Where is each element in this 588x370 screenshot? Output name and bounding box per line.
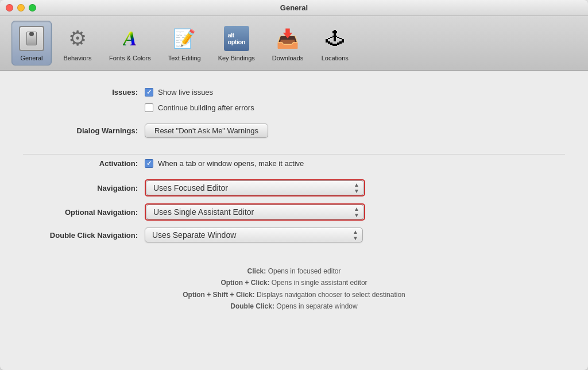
show-live-issues-checkbox[interactable]: ✓ xyxy=(145,88,153,97)
activation-section: Activation: ✓ When a tab or window opens… xyxy=(23,159,565,168)
toolbar-item-fonts-colors[interactable]: A Fonts & Colors xyxy=(103,21,157,65)
activation-row: Activation: ✓ When a tab or window opens… xyxy=(23,159,565,168)
hint-option-shift-click: Option + Shift + Click: Displays navigat… xyxy=(23,289,565,300)
optional-navigation-row: Optional Navigation: Uses Focused Editor… xyxy=(23,203,565,221)
traffic-lights xyxy=(6,4,36,11)
activation-text: When a tab or window opens, make it acti… xyxy=(158,159,304,168)
show-live-issues-label[interactable]: ✓ Show live issues xyxy=(145,88,213,97)
fonts-colors-icon: A xyxy=(116,25,144,52)
general-icon xyxy=(18,25,45,52)
toolbar-label-locations: Locations xyxy=(322,55,349,61)
toolbar-item-behaviors[interactable]: ⚙ Behaviors xyxy=(57,21,98,65)
activation-label: Activation: xyxy=(23,159,138,168)
navigation-label: Navigation: xyxy=(23,184,138,192)
section-divider-1 xyxy=(23,154,565,155)
continue-building-text: Continue building after errors xyxy=(158,103,254,112)
footer-hints: Click: Opens in focused editor Option + … xyxy=(23,265,565,313)
issues-label: Issues: xyxy=(23,88,138,97)
main-window: General General ⚙ Behaviors A Fonts & Co… xyxy=(0,0,588,370)
maximize-button[interactable] xyxy=(29,4,36,11)
optional-navigation-select-wrapper: Uses Focused Editor Uses Single Assistan… xyxy=(145,203,365,221)
optional-navigation-select[interactable]: Uses Focused Editor Uses Single Assistan… xyxy=(146,205,364,219)
continue-building-label[interactable]: Continue building after errors xyxy=(145,103,254,112)
toolbar-label-general: General xyxy=(20,55,42,61)
double-click-navigation-label: Double Click Navigation: xyxy=(23,231,138,240)
hint-click-key: Click: xyxy=(247,267,266,275)
toolbar-item-general[interactable]: General xyxy=(11,21,52,65)
toolbar-label-key-bindings: Key Bindings xyxy=(218,55,255,61)
hint-option-click: Option + Click: Opens in single assistan… xyxy=(23,277,565,288)
hint-option-shift-click-value: Displays navigation chooser to select de… xyxy=(257,291,405,299)
hint-double-click: Double Click: Opens in separate window xyxy=(23,300,565,312)
navigation-select-wrapper: Uses Focused Editor Uses Single Assistan… xyxy=(145,179,365,196)
toolbar-label-downloads: Downloads xyxy=(272,55,303,61)
navigation-section: Navigation: Uses Focused Editor Uses Sin… xyxy=(23,179,565,242)
close-button[interactable] xyxy=(6,4,13,11)
activation-checkbox[interactable]: ✓ xyxy=(145,159,153,168)
continue-building-checkbox[interactable] xyxy=(145,103,153,112)
dialog-warnings-label: Dialog Warnings: xyxy=(23,126,138,135)
toolbar-label-behaviors: Behaviors xyxy=(64,55,92,61)
toolbar-item-text-editing[interactable]: 📝 Text Editing xyxy=(163,21,207,65)
hint-click-value: Opens in focused editor xyxy=(268,267,341,275)
behaviors-icon: ⚙ xyxy=(64,25,91,52)
show-live-issues-row: Issues: ✓ Show live issues xyxy=(23,88,565,97)
downloads-icon: 📥 xyxy=(274,25,301,52)
toolbar-item-downloads[interactable]: 📥 Downloads xyxy=(266,21,309,65)
text-editing-icon: 📝 xyxy=(171,25,198,52)
double-click-navigation-select[interactable]: Uses Focused Editor Uses Single Assistan… xyxy=(145,228,363,242)
optional-navigation-label: Optional Navigation: xyxy=(23,208,138,217)
hint-click: Click: Opens in focused editor xyxy=(23,265,565,277)
toolbar-item-locations[interactable]: 🕹 Locations xyxy=(315,21,355,65)
navigation-row: Navigation: Uses Focused Editor Uses Sin… xyxy=(23,179,565,196)
toolbar-label-fonts-colors: Fonts & Colors xyxy=(109,55,151,61)
show-live-issues-text: Show live issues xyxy=(158,88,213,97)
continue-building-row: Continue building after errors xyxy=(23,103,565,112)
dialog-warnings-section: Dialog Warnings: Reset "Don't Ask Me" Wa… xyxy=(23,124,565,138)
hint-double-click-key: Double Click: xyxy=(230,302,274,310)
toolbar-item-key-bindings[interactable]: altoption Key Bindings xyxy=(212,21,261,65)
titlebar: General xyxy=(0,0,588,16)
activation-checkbox-label[interactable]: ✓ When a tab or window opens, make it ac… xyxy=(145,159,304,168)
double-click-navigation-row: Double Click Navigation: Uses Focused Ed… xyxy=(23,228,565,242)
issues-section: Issues: ✓ Show live issues Continue buil… xyxy=(23,88,565,112)
toolbar-label-text-editing: Text Editing xyxy=(168,55,201,61)
hint-option-click-key: Option + Click: xyxy=(220,279,269,287)
optional-navigation-dropdown-wrapper: Uses Focused Editor Uses Single Assistan… xyxy=(146,205,364,219)
dialog-warnings-row: Dialog Warnings: Reset "Don't Ask Me" Wa… xyxy=(23,124,565,138)
hint-option-click-value: Opens in single assistant editor xyxy=(272,279,368,287)
hint-option-shift-click-key: Option + Shift + Click: xyxy=(183,291,254,299)
hint-double-click-value: Opens in separate window xyxy=(276,302,357,310)
reset-warnings-button[interactable]: Reset "Don't Ask Me" Warnings xyxy=(145,124,268,138)
key-bindings-icon: altoption xyxy=(223,25,250,52)
minimize-button[interactable] xyxy=(17,4,25,11)
locations-icon: 🕹 xyxy=(321,25,349,52)
main-content: Issues: ✓ Show live issues Continue buil… xyxy=(0,71,588,370)
toolbar: General ⚙ Behaviors A Fonts & Colors 📝 T… xyxy=(0,16,588,71)
navigation-select[interactable]: Uses Focused Editor Uses Single Assistan… xyxy=(146,180,364,195)
navigation-dropdown-wrapper: Uses Focused Editor Uses Single Assistan… xyxy=(146,180,364,195)
double-click-navigation-dropdown-wrapper: Uses Focused Editor Uses Single Assistan… xyxy=(145,228,363,242)
window-title: General xyxy=(280,3,308,12)
